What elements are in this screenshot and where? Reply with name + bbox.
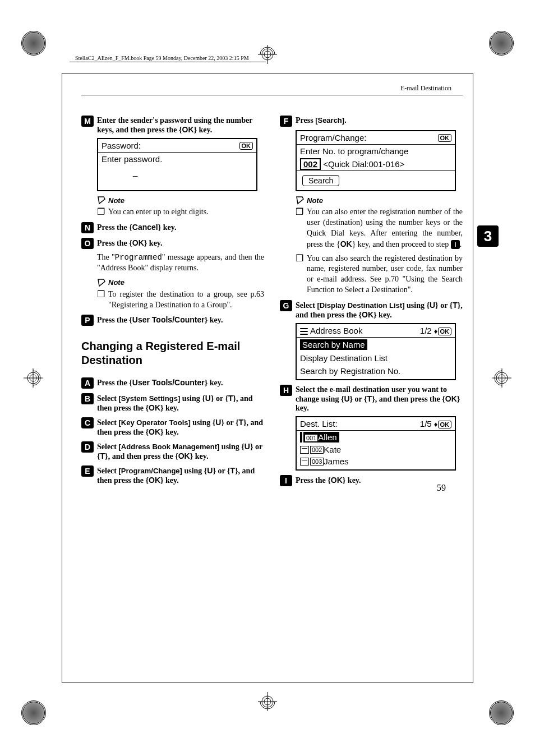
step-number-icon: O	[81, 238, 94, 249]
list-icon	[300, 328, 308, 335]
step-7: G Select [Display Destination List] usin…	[280, 300, 463, 320]
crop-mark	[22, 702, 45, 724]
lcd-dest-list: Dest. List:1/5 ♦OK 001Allen 002Kate 003J…	[296, 416, 456, 471]
note-heading: Note	[97, 278, 264, 287]
step-text: Press [Search].	[296, 116, 347, 127]
note-item: ❒You can enter up to eight digits.	[97, 207, 264, 218]
lcd-item: Display Destination List	[297, 352, 455, 365]
lcd-text: Enter No. to program/change	[297, 145, 455, 158]
book-header: StellaC2_AEzen_F_FM.book Page 59 Monday,…	[75, 55, 249, 61]
body-text: The "Programmed" message appears, and th…	[97, 252, 264, 274]
book-header-rule	[70, 62, 266, 62]
step-3: C Select [Key Operator Tools] using {U} …	[81, 417, 264, 437]
lcd-title: Program/Change:	[300, 133, 366, 142]
step-number-icon: C	[81, 417, 94, 428]
step-number-icon: F	[280, 116, 292, 127]
lcd-ok-icon: OK	[438, 328, 452, 335]
lcd-input: _	[98, 165, 256, 190]
step-number-icon: I	[280, 475, 292, 486]
step-text: Select the e-mail destination user you w…	[296, 385, 463, 413]
step-text: Press the {User Tools/Counter} key.	[97, 315, 223, 326]
step-text: Select [System Settings] using {U} or {T…	[97, 393, 264, 413]
mail-icon	[302, 432, 303, 442]
lcd-selected-item: 001Allen	[297, 431, 455, 444]
step-number-icon: N	[81, 222, 94, 233]
step-15: O Press the {OK} key.	[81, 238, 264, 249]
step-reference-icon: I	[451, 240, 460, 249]
left-column: M Enter the sender's password using the …	[81, 111, 264, 488]
step-number-icon: G	[280, 300, 292, 311]
lcd-item: Search by Registration No.	[297, 365, 455, 379]
step-text: Select [Key Operator Tools] using {U} or…	[97, 417, 264, 437]
step-6: F Press [Search].	[280, 116, 463, 127]
lcd-search-button: Search	[302, 175, 339, 186]
lcd-password: Password:OK Enter password. _	[97, 138, 257, 191]
step-number-icon: M	[81, 116, 94, 127]
step-text: Select [Display Destination List] using …	[296, 300, 463, 320]
lcd-title: Address Book	[300, 326, 362, 335]
note-item: ❒You can also enter the registration num…	[296, 207, 463, 250]
step-number-icon: H	[280, 385, 292, 396]
step-1: A Press the {User Tools/Counter} key.	[81, 377, 264, 389]
step-8: H Select the e-mail destination user you…	[280, 385, 463, 413]
lcd-item: 003James	[297, 455, 455, 469]
lcd-text: Enter password.	[98, 153, 256, 165]
note-heading: Note	[296, 196, 463, 205]
step-text: Enter the sender's password using the nu…	[97, 116, 264, 135]
registration-mark	[492, 368, 511, 388]
step-14: N Press the {Cancel} key.	[81, 222, 264, 233]
right-column: F Press [Search]. Program/Change:OK Ente…	[280, 111, 463, 488]
note-item: ❒To register the destination to a group,…	[97, 289, 264, 311]
registration-mark	[258, 45, 277, 64]
header-rule	[81, 95, 463, 95]
section-title: Changing a Registered E-mail Destination	[81, 339, 264, 367]
lcd-title: Dest. List:	[300, 419, 338, 428]
lcd-ok-icon: OK	[438, 421, 452, 428]
step-2: B Select [System Settings] using {U} or …	[81, 393, 264, 413]
step-number-icon: A	[81, 377, 94, 389]
lcd-selected-item: Search by Name	[297, 338, 455, 352]
step-number-icon: D	[81, 441, 94, 453]
note-item: ❒You can also search the registered dest…	[296, 253, 463, 296]
step-4: D Select [Address Book Management] using…	[81, 441, 264, 461]
lcd-text: 002 <Quick Dial:001-016>	[297, 158, 455, 170]
section-header: E-mail Destination	[81, 84, 463, 93]
registration-mark	[24, 368, 43, 388]
step-text: Select [Program/Change] using {U} or {T}…	[97, 465, 264, 485]
lcd-program-change: Program/Change:OK Enter No. to program/c…	[296, 130, 456, 191]
step-text: Press the {OK} key.	[296, 475, 361, 486]
step-16: P Press the {User Tools/Counter} key.	[81, 315, 264, 326]
crop-mark	[490, 702, 513, 724]
step-number-icon: B	[81, 393, 94, 404]
lcd-title: Password:	[102, 141, 141, 150]
step-text: Press the {Cancel} key.	[97, 222, 177, 233]
page-content: E-mail Destination 3 M Enter the sender'…	[81, 84, 463, 488]
registration-mark	[258, 692, 277, 711]
mail-icon	[300, 446, 309, 454]
lcd-ok-icon: OK	[438, 134, 452, 142]
crop-mark	[22, 32, 45, 54]
step-text: Select [Address Book Management] using {…	[97, 441, 264, 461]
step-text: Press the {User Tools/Counter} key.	[97, 377, 223, 389]
crop-mark	[490, 32, 513, 54]
page-number: 59	[437, 483, 446, 493]
step-9: I Press the {OK} key.	[280, 475, 463, 486]
mail-icon	[300, 458, 309, 465]
chapter-tab: 3	[477, 225, 499, 247]
step-5: E Select [Program/Change] using {U} or {…	[81, 465, 264, 485]
step-13: M Enter the sender's password using the …	[81, 116, 264, 135]
step-number-icon: E	[81, 465, 94, 477]
step-number-icon: P	[81, 315, 94, 326]
lcd-address-book: Address Book1/2 ♦OK Search by Name Displ…	[296, 323, 456, 380]
step-text: Press the {OK} key.	[97, 238, 163, 249]
note-heading: Note	[97, 196, 264, 205]
lcd-ok-icon: OK	[239, 142, 253, 150]
lcd-item: 002Kate	[297, 444, 455, 455]
